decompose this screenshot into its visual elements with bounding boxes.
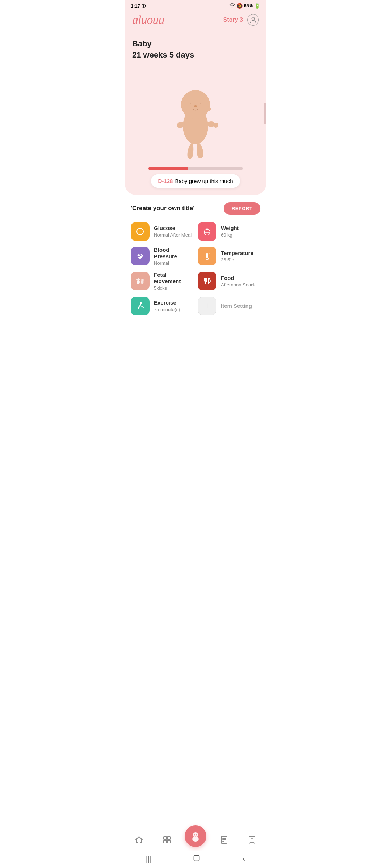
weight-label: Weight: [221, 225, 239, 231]
svg-point-2: [181, 90, 210, 119]
blood-pressure-icon: [131, 247, 150, 265]
section-header: 'Create your own title' REPORT: [131, 202, 260, 215]
svg-point-23: [139, 279, 140, 280]
weight-value: 60 kg: [221, 232, 239, 238]
svg-point-27: [143, 279, 144, 281]
svg-point-11: [206, 228, 208, 230]
fetal-movement-icon: [131, 272, 150, 290]
profile-button[interactable]: [247, 14, 259, 26]
blood-pressure-label: Blood Pressure: [154, 247, 193, 260]
svg-rect-15: [207, 254, 207, 257]
health-item-exercise[interactable]: Exercise 75 minute(s): [131, 297, 193, 315]
status-bar: 1:17 ⓘ 🔕 66% 🔋: [125, 0, 266, 10]
d-day-number: D-128: [158, 178, 173, 184]
item-setting-icon: +: [198, 297, 216, 315]
baby-figure: [163, 67, 228, 164]
glucose-icon: ±: [131, 222, 150, 241]
temperature-info: Temperature 36.5˚c: [221, 250, 253, 263]
d-day-badge: D-128 Baby grew up this much: [151, 174, 240, 188]
weight-info: Weight 60 kg: [221, 225, 239, 238]
svg-text:+: +: [209, 252, 210, 255]
app-header: aluouu Story 3: [125, 10, 266, 33]
exercise-icon: [131, 297, 150, 315]
item-setting-info: Item Setting: [221, 303, 252, 309]
progress-bar-fill: [148, 167, 188, 170]
main-content: 'Create your own title' REPORT ± Glucose…: [125, 195, 266, 344]
dnd-icon: 🔕: [236, 3, 243, 9]
svg-text:±: ±: [139, 229, 142, 234]
svg-point-24: [141, 280, 144, 284]
health-item-blood-pressure[interactable]: Blood Pressure Normal: [131, 247, 193, 266]
temperature-icon: +: [198, 247, 216, 265]
blood-pressure-info: Blood Pressure Normal: [154, 247, 193, 266]
baby-info: Baby 21 weeks 5 days: [132, 38, 259, 61]
health-item-fetal-movement[interactable]: Fetal Movement 5kicks: [131, 272, 193, 291]
battery-display: 66%: [244, 3, 253, 8]
story-label: Story: [223, 17, 238, 23]
battery-icon: 🔋: [254, 3, 260, 9]
glucose-label: Glucose: [154, 225, 192, 231]
item-setting-label: Item Setting: [221, 303, 252, 309]
weeks-label: 21 weeks 5 days: [132, 50, 259, 61]
svg-point-3: [194, 105, 197, 107]
health-item-weight[interactable]: Weight 60 kg: [198, 222, 260, 241]
baby-visual: D-128 Baby grew up this much: [132, 67, 259, 188]
time-display: 1:17: [131, 3, 140, 9]
glucose-value: Normal After Meal: [154, 232, 192, 238]
app-logo: aluouu: [132, 13, 164, 27]
health-grid: ± Glucose Normal After Meal Weight 60 k: [131, 222, 260, 315]
status-icons: 🔕 66% 🔋: [229, 3, 260, 9]
health-item-setting[interactable]: + Item Setting: [198, 297, 260, 315]
header-right: Story 3: [223, 14, 259, 26]
baby-label: Baby: [132, 38, 259, 50]
food-label: Food: [221, 275, 256, 281]
glucose-info: Glucose Normal After Meal: [154, 225, 192, 238]
story-indicator[interactable]: Story 3: [223, 17, 243, 23]
health-item-temperature[interactable]: + Temperature 36.5˚c: [198, 247, 260, 266]
fetal-movement-label: Fetal Movement: [154, 272, 193, 285]
exercise-label: Exercise: [154, 299, 180, 306]
d-day-message: Baby grew up this much: [175, 178, 233, 184]
story-number: 3: [240, 17, 243, 23]
hero-section: Baby 21 weeks 5 days: [125, 33, 266, 195]
svg-point-4: [213, 123, 218, 128]
svg-point-20: [137, 280, 140, 284]
health-item-glucose[interactable]: ± Glucose Normal After Meal: [131, 222, 193, 241]
wifi-icon: [229, 3, 235, 9]
food-icon: [198, 272, 216, 290]
food-info: Food Afternoon Snack: [221, 275, 256, 288]
svg-point-0: [252, 17, 255, 20]
fetal-movement-value: 5kicks: [154, 285, 193, 291]
weight-icon: [198, 222, 216, 241]
status-time: 1:17 ⓘ: [131, 3, 146, 9]
section-title: 'Create your own title': [131, 205, 194, 212]
temperature-value: 36.5˚c: [221, 257, 253, 263]
report-button[interactable]: REPORT: [224, 202, 260, 215]
fetal-movement-info: Fetal Movement 5kicks: [154, 272, 193, 291]
exercise-info: Exercise 75 minute(s): [154, 299, 180, 312]
scroll-hint: [264, 103, 266, 124]
exercise-value: 75 minute(s): [154, 307, 180, 312]
progress-bar-container: [148, 167, 243, 170]
health-item-food[interactable]: Food Afternoon Snack: [198, 272, 260, 291]
svg-point-14: [206, 258, 208, 260]
blood-pressure-value: Normal: [154, 260, 193, 266]
status-icon: ⓘ: [142, 3, 146, 9]
food-value: Afternoon Snack: [221, 282, 256, 288]
temperature-label: Temperature: [221, 250, 253, 256]
